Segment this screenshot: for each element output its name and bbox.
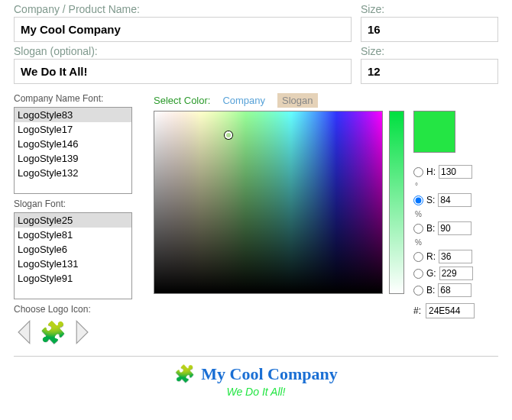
list-item[interactable]: LogoStyle25 [15,213,131,228]
slogan-font-list[interactable]: LogoStyle25 LogoStyle81 LogoStyle6 LogoS… [14,212,132,299]
svg-marker-1 [76,321,88,343]
b-radio[interactable] [413,224,423,234]
list-item[interactable]: LogoStyle139 [15,151,131,166]
list-item[interactable]: LogoStyle132 [15,166,131,180]
bv-input[interactable] [438,283,471,297]
r-input[interactable] [439,250,472,263]
color-swatch [413,111,455,153]
tab-company[interactable]: Company [218,93,270,108]
company-size-input[interactable] [361,17,498,42]
s-input[interactable] [438,193,471,207]
svg-marker-0 [18,321,30,343]
puzzle-icon: 🧩 [174,364,195,384]
choose-icon-label: Choose Logo Icon: [14,304,140,315]
list-item[interactable]: LogoStyle81 [15,228,131,242]
r-radio[interactable] [413,252,423,262]
color-cursor-icon[interactable] [225,131,232,139]
company-font-label: Company Name Font: [14,93,140,104]
g-radio[interactable] [413,269,423,279]
preview-slogan: We Do It All! [14,386,498,398]
slogan-size-label: Size: [361,45,498,57]
list-item[interactable]: LogoStyle146 [15,137,131,151]
list-item[interactable]: LogoStyle91 [15,271,131,286]
list-item[interactable]: LogoStyle6 [15,242,131,257]
company-input[interactable] [14,17,352,42]
s-radio[interactable] [413,195,423,205]
slogan-font-label: Slogan Font: [14,199,140,209]
slogan-input[interactable] [14,59,352,84]
color-gradient[interactable] [154,111,383,294]
next-icon-button[interactable] [71,319,92,345]
list-item[interactable]: LogoStyle17 [15,122,131,137]
prev-icon-button[interactable] [14,319,35,345]
hex-input[interactable] [426,303,475,318]
company-label: Company / Product Name: [14,3,352,15]
bv-radio[interactable] [413,286,423,296]
select-color-label: Select Color: [154,95,210,106]
h-radio[interactable] [413,167,423,177]
hue-slider[interactable] [389,111,404,294]
company-font-list[interactable]: LogoStyle83 LogoStyle17 LogoStyle146 Log… [14,107,132,194]
divider [14,356,498,357]
list-item[interactable]: LogoStyle83 [15,108,131,122]
tab-slogan[interactable]: Slogan [277,93,317,108]
list-item[interactable]: LogoStyle131 [15,257,131,271]
slogan-size-input[interactable] [361,59,498,84]
company-size-label: Size: [361,3,498,15]
puzzle-icon[interactable]: 🧩 [40,320,66,345]
preview-company: My Cool Company [201,364,337,384]
b-input[interactable] [438,221,471,235]
h-input[interactable] [439,165,472,179]
g-input[interactable] [439,267,473,280]
logo-preview: 🧩My Cool Company We Do It All! [14,364,498,398]
slogan-label: Slogan (optional): [14,45,352,57]
